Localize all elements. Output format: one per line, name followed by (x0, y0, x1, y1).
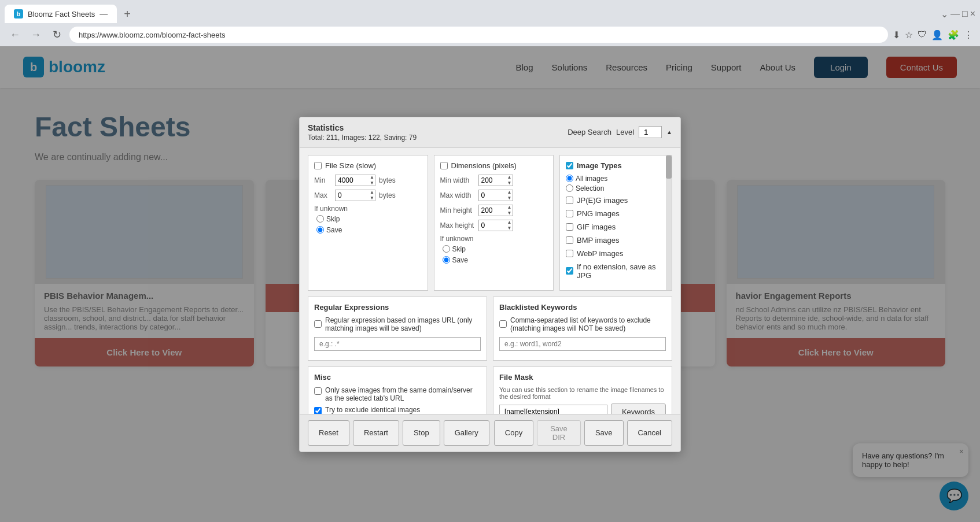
file-mask-input[interactable] (499, 405, 607, 414)
keywords-button[interactable]: Keywords (611, 403, 666, 414)
min-height-down[interactable]: ▼ (507, 210, 512, 216)
deep-search: Deep Search Level ▲ (568, 126, 672, 138)
downloads-icon[interactable]: ⬇ (893, 29, 900, 40)
website: b bloomz Blog Solutions Resources Pricin… (0, 46, 980, 522)
bmp-checkbox[interactable] (566, 236, 573, 244)
dim-skip-radio[interactable] (443, 245, 450, 253)
tab-controls: ⌄ — □ × (941, 9, 975, 20)
min-height-label: Min height (440, 206, 475, 214)
no-extension-checkbox[interactable] (566, 267, 573, 275)
min-height-group: Min height ▲ ▼ (440, 205, 548, 216)
image-types-section: Image Types All images Selection JP (559, 155, 672, 291)
file-size-checkbox-label[interactable]: File Size (slow) (314, 161, 422, 170)
webp-checkbox[interactable] (566, 250, 573, 257)
scrollbar-track[interactable] (666, 156, 672, 290)
new-tab-button[interactable]: + (119, 8, 135, 21)
max-width-down[interactable]: ▼ (507, 195, 512, 201)
no-extension-checkbox-label[interactable]: If no extension, save as JPG (566, 262, 666, 280)
max-size-down[interactable]: ▼ (370, 195, 374, 201)
menu-icon[interactable]: ⋮ (964, 29, 973, 40)
bmp-checkbox-label[interactable]: BMP images (566, 236, 666, 245)
all-images-radio[interactable] (566, 175, 573, 182)
misc-checkbox-0[interactable] (314, 387, 322, 395)
stop-button[interactable]: Stop (403, 420, 440, 446)
bookmark-icon[interactable]: ☆ (905, 29, 913, 40)
blacklist-section: Blacklisted Keywords Comma-separated lis… (493, 297, 672, 361)
dimensions-checkbox-label[interactable]: Dimensions (pixels) (440, 161, 548, 170)
copy-button[interactable]: Copy (494, 420, 533, 446)
forward-button[interactable]: → (28, 27, 44, 43)
gif-checkbox[interactable] (566, 223, 573, 231)
save-radio-label[interactable]: Save (316, 226, 422, 234)
maximize-button[interactable]: □ (962, 9, 968, 19)
max-height-group: Max height ▲ ▼ (440, 220, 548, 231)
min-width-group: Min width ▲ ▼ (440, 175, 548, 186)
regex-checkbox-label[interactable]: Regular expression based on images URL (… (314, 316, 481, 332)
tab-close-button[interactable]: — (100, 9, 108, 18)
address-input[interactable] (69, 27, 888, 43)
extension-icon[interactable]: 🧩 (948, 29, 959, 40)
dialog-stats: Total: 211, Images: 122, Saving: 79 (308, 134, 417, 142)
file-size-checkbox[interactable] (314, 162, 322, 169)
selection-radio[interactable] (566, 184, 573, 192)
skip-radio-label[interactable]: Skip (316, 215, 422, 223)
shield-icon[interactable]: 🛡 (918, 29, 927, 40)
regex-section: Regular Expressions Regular expression b… (308, 297, 487, 361)
png-checkbox[interactable] (566, 210, 573, 217)
restart-button[interactable]: Restart (353, 420, 399, 446)
save-radio[interactable] (316, 226, 324, 234)
image-downloader-dialog: Statistics Total: 211, Images: 122, Savi… (299, 117, 681, 452)
min-value-spinner: ▲ ▼ (335, 175, 375, 186)
scrollbar-thumb[interactable] (666, 156, 672, 179)
gif-checkbox-label[interactable]: GIF images (566, 223, 666, 231)
active-tab[interactable]: b Bloomz Fact Sheets — (5, 5, 117, 23)
regex-checkbox[interactable] (314, 320, 322, 328)
back-button[interactable]: ← (7, 27, 23, 43)
cancel-button[interactable]: Cancel (627, 420, 672, 446)
min-size-down[interactable]: ▼ (370, 180, 374, 186)
max-label: Max (314, 191, 331, 199)
blacklist-checkbox[interactable] (499, 320, 507, 328)
save-dir-button[interactable]: Save DIR (537, 420, 581, 446)
minimize-button[interactable]: — (950, 9, 960, 19)
jpeg-checkbox[interactable] (566, 197, 573, 204)
max-width-up[interactable]: ▲ (507, 190, 512, 195)
gallery-button[interactable]: Gallery (444, 420, 489, 446)
dim-skip-radio-label[interactable]: Skip (443, 245, 548, 253)
deep-search-spinner-up[interactable]: ▲ (666, 129, 672, 135)
max-width-label: Max width (440, 191, 475, 199)
image-types-checkbox[interactable] (566, 162, 573, 169)
jpeg-checkbox-label[interactable]: JP(E)G images (566, 196, 666, 205)
min-size-up[interactable]: ▲ (370, 175, 374, 180)
reset-button[interactable]: Reset (308, 420, 349, 446)
misc-checkbox-1[interactable] (314, 407, 322, 414)
max-height-down[interactable]: ▼ (507, 225, 512, 231)
max-size-up[interactable]: ▲ (370, 190, 374, 195)
all-images-radio-label[interactable]: All images (566, 175, 666, 183)
min-width-up[interactable]: ▲ (507, 175, 512, 180)
image-types-header-label[interactable]: Image Types (566, 161, 666, 170)
min-width-down[interactable]: ▼ (507, 180, 512, 186)
min-height-up[interactable]: ▲ (507, 205, 512, 210)
blacklist-checkbox-label[interactable]: Comma-separated list of keywords to excl… (499, 316, 666, 332)
blacklist-input[interactable] (499, 337, 666, 351)
max-height-up[interactable]: ▲ (507, 220, 512, 225)
dimensions-checkbox[interactable] (440, 162, 448, 169)
png-checkbox-label[interactable]: PNG images (566, 209, 666, 218)
close-button[interactable]: × (970, 9, 975, 19)
tab-list-button[interactable]: ⌄ (941, 9, 948, 20)
profile-icon[interactable]: 👤 (931, 29, 943, 40)
deep-search-level-input[interactable] (639, 126, 662, 138)
reload-button[interactable]: ↻ (49, 27, 65, 43)
skip-radio[interactable] (316, 215, 324, 223)
webp-checkbox-label[interactable]: WebP images (566, 249, 666, 258)
misc-item-1[interactable]: Try to exclude identical images (314, 406, 481, 414)
action-right: Copy Save DIR Save Cancel (494, 420, 672, 446)
dim-save-radio[interactable] (443, 256, 450, 264)
save-button[interactable]: Save (584, 420, 624, 446)
misc-item-0[interactable]: Only save images from the same domain/se… (314, 386, 481, 402)
dim-save-radio-label[interactable]: Save (443, 256, 548, 264)
address-bar: ← → ↻ ⬇ ☆ 🛡 👤 🧩 ⋮ (0, 23, 980, 46)
regex-input[interactable] (314, 337, 481, 351)
selection-radio-label[interactable]: Selection (566, 184, 666, 192)
